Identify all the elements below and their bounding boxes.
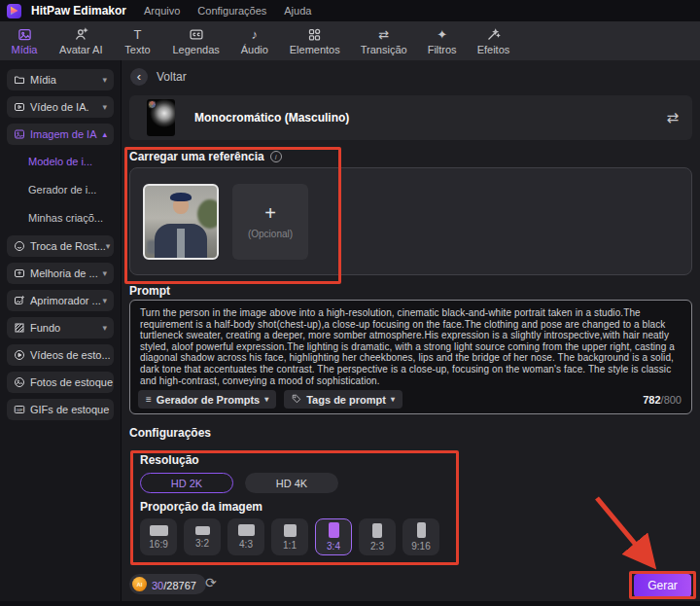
window-bottom-edge: [0, 601, 700, 606]
svg-text:GIF: GIF: [17, 408, 23, 412]
tab-efeitos[interactable]: Efeitos: [477, 27, 510, 55]
audio-note-icon: ♪: [252, 27, 259, 43]
reference-section-title: Carregar uma referência i: [129, 150, 282, 163]
prompt-generator-button[interactable]: ≡ Gerador de Prompts ▾: [138, 390, 276, 409]
ai-video-icon: [14, 101, 25, 113]
effects-wand-icon: [486, 27, 501, 43]
ratio-shape: [417, 522, 426, 538]
sidebar-item-video-ia[interactable]: Vídeo de IA. ▾: [7, 96, 114, 118]
ratio-shape: [284, 524, 297, 537]
sidebar-item-modelo-de-imagem[interactable]: Modelo de i...: [7, 151, 114, 172]
prompt-section-title: Prompt: [129, 284, 170, 298]
elements-icon: [307, 27, 322, 43]
sidebar-item-imagem-ia[interactable]: Imagem de IA ▴: [7, 124, 114, 145]
chevron-down-icon: ▾: [102, 268, 107, 278]
reference-upload-panel: + (Opcional): [129, 167, 692, 275]
ratio-shape: [372, 523, 382, 538]
left-sidebar: Mídia ▾ Vídeo de IA. ▾ Imagem de IA ▴ Mo…: [0, 60, 122, 601]
generate-button[interactable]: Gerar: [634, 574, 691, 597]
main-panel: ‹ Voltar Monocromático (Masculino) ⇄ Car…: [122, 60, 700, 601]
sidebar-item-videos-de-estoque[interactable]: Vídeos de esto...: [7, 344, 114, 366]
ratio-4-3-button[interactable]: 4:3: [228, 518, 264, 555]
tab-transicao[interactable]: ⇄ Transição: [361, 27, 407, 55]
reference-image[interactable]: [143, 184, 219, 260]
ratio-shape: [329, 522, 339, 538]
sidebar-item-minhas-criacoes[interactable]: Minhas criaçõ...: [7, 207, 114, 229]
chevron-down-icon: ▾: [106, 241, 111, 251]
swap-template-icon[interactable]: ⇄: [666, 109, 679, 126]
credits-total: /28767: [163, 580, 196, 591]
hitpaw-edimakor-window: HitPaw Edimakor Arquivo Configurações Aj…: [0, 0, 700, 606]
folder-icon: [14, 74, 25, 86]
prompt-textarea[interactable]: Turn the person in the image above into …: [129, 300, 692, 414]
char-counter: 782/800: [643, 394, 682, 406]
plus-icon: +: [264, 203, 276, 223]
video-enhance-icon: [14, 267, 25, 279]
list-arrow-icon: ≡: [146, 394, 152, 405]
resolution-hd2k-button[interactable]: HD 2K: [140, 473, 233, 493]
resolution-hd4k-button[interactable]: HD 4K: [245, 473, 338, 493]
prompt-actions: ≡ Gerador de Prompts ▾ Tags de prompt ▾: [138, 390, 402, 409]
prompt-tags-button[interactable]: Tags de prompt ▾: [284, 390, 402, 409]
back-chevron-icon[interactable]: ‹: [130, 68, 148, 86]
template-card[interactable]: Monocromático (Masculino) ⇄: [129, 95, 692, 140]
info-icon[interactable]: i: [270, 151, 282, 162]
ratio-3-2-button[interactable]: 3:2: [184, 518, 221, 555]
aspect-ratio-label: Proporção da imagem: [140, 500, 262, 514]
tab-texto[interactable]: T Texto: [122, 27, 152, 55]
refresh-icon[interactable]: ⟳: [205, 575, 217, 590]
credits-used: 30: [152, 580, 163, 591]
template-thumbnail: [147, 99, 175, 136]
tab-elementos[interactable]: Elementos: [290, 27, 340, 55]
chevron-down-icon: ▾: [102, 102, 107, 112]
ratio-3-4-button[interactable]: 3:4: [315, 518, 352, 555]
optional-label: (Opcional): [248, 229, 293, 239]
tab-audio[interactable]: ♪ Áudio: [240, 27, 269, 55]
captions-icon: [189, 27, 204, 43]
ratio-1-1-button[interactable]: 1:1: [271, 518, 308, 555]
aspect-ratio-options: 16:9 3:2 4:3 1:1 3:4 2:3: [140, 518, 439, 555]
transition-arrows-icon: ⇄: [378, 27, 389, 43]
ratio-2-3-button[interactable]: 2:3: [359, 518, 396, 555]
tab-filtros[interactable]: ✦ Filtros: [428, 27, 457, 55]
top-toolbar: Mídia Avatar AI T Texto Legendas ♪ Áudio…: [0, 21, 700, 60]
media-icon: [18, 27, 32, 43]
filters-sparkle-icon: ✦: [437, 27, 447, 43]
ratio-shape: [195, 526, 210, 535]
menu-bar: HitPaw Edimakor Arquivo Configurações Aj…: [0, 0, 700, 21]
chevron-down-icon: ▾: [102, 75, 107, 85]
ratio-16-9-button[interactable]: 16:9: [140, 518, 177, 555]
menu-configuracoes[interactable]: Configurações: [197, 5, 266, 17]
tab-avatar-ai[interactable]: Avatar AI: [59, 27, 102, 55]
menu-arquivo[interactable]: Arquivo: [144, 5, 180, 17]
avatar-icon: [74, 27, 88, 43]
stock-video-icon: [14, 349, 25, 361]
chevron-down-icon: ▾: [102, 296, 107, 305]
tab-midia[interactable]: Mídia: [10, 27, 39, 55]
app-title: HitPaw Edimakor: [31, 4, 126, 18]
resolution-options: HD 2K HD 4K: [140, 473, 338, 493]
resolution-label: Resolução: [140, 453, 199, 467]
sidebar-item-aprimorador-de-imagem[interactable]: Aprimorador ... ▾: [7, 290, 114, 311]
sidebar-item-gifs-de-estoque[interactable]: GIF GIFs de estoque: [7, 399, 114, 420]
add-reference-button[interactable]: + (Opcional): [232, 184, 308, 260]
prompt-text[interactable]: Turn the person in the image above into …: [140, 307, 682, 386]
sidebar-item-fundo[interactable]: Fundo ▾: [7, 317, 114, 339]
ratio-9-16-button[interactable]: 9:16: [402, 518, 439, 555]
image-enhance-icon: [14, 295, 25, 306]
settings-section-title: Configurações: [129, 426, 211, 440]
sidebar-item-gerador-de-imagem[interactable]: Gerador de i...: [7, 179, 114, 200]
stock-photo-icon: [14, 376, 25, 388]
template-title: Monocromático (Masculino): [194, 111, 349, 125]
sidebar-item-midia[interactable]: Mídia ▾: [7, 69, 114, 90]
tab-legendas[interactable]: Legendas: [172, 27, 219, 55]
menu-ajuda[interactable]: Ajuda: [284, 5, 311, 17]
sidebar-item-melhoria-de-video[interactable]: Melhoria de ... ▾: [7, 263, 114, 284]
sidebar-item-troca-de-rosto[interactable]: Troca de Rost... ▾: [7, 235, 114, 257]
template-badge: [148, 100, 157, 109]
background-icon: [14, 322, 25, 334]
back-button[interactable]: ‹ Voltar: [130, 68, 187, 86]
chevron-down-icon: ▾: [391, 395, 395, 404]
text-icon: T: [133, 27, 141, 43]
sidebar-item-fotos-de-estoque[interactable]: Fotos de estoque: [7, 372, 114, 393]
